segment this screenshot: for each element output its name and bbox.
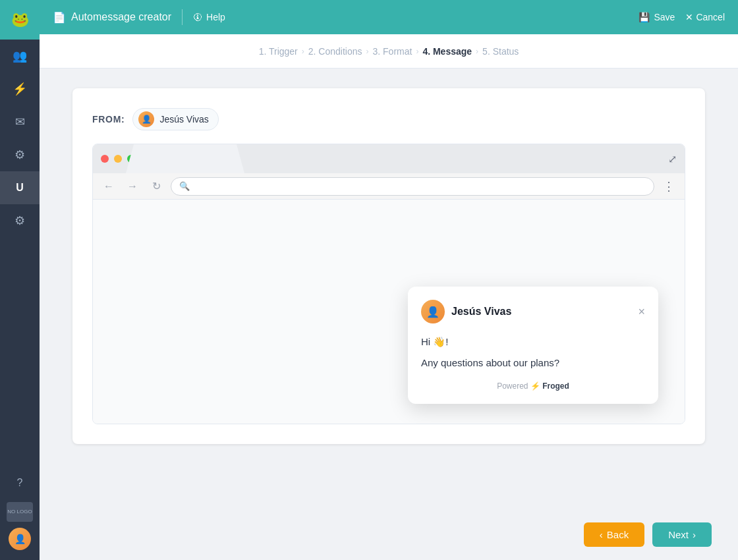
browser-mockup: ⤢ ← → ↻ 🔍 ⋮ 👤 [92, 144, 685, 424]
from-user-selector[interactable]: 👤 Jesús Vivas [132, 108, 218, 130]
from-row: FROM: 👤 Jesús Vivas [92, 108, 685, 130]
browser-tab[interactable] [126, 144, 244, 173]
chat-widget-user: 👤 Jesús Vivas [421, 300, 511, 323]
sidebar-item-settings-circle[interactable]: ⚙ [0, 138, 40, 171]
browser-content: 👤 Jesús Vivas × Hi 👋! Any questions abou… [93, 200, 685, 424]
chat-message-line2: Any questions about our plans? [421, 355, 645, 371]
sidebar-item-users[interactable]: 👥 [0, 40, 40, 72]
breadcrumb-arrow-3: › [416, 47, 418, 56]
browser-refresh-button[interactable]: ↻ [147, 177, 165, 196]
from-user-name: Jesús Vivas [159, 114, 208, 125]
browser-dot-red[interactable] [101, 155, 109, 163]
browser-expand-icon[interactable]: ⤢ [668, 153, 677, 165]
search-icon: 🔍 [179, 181, 190, 191]
powered-brand-icon: ⚡ [530, 381, 540, 391]
sidebar-item-automessage[interactable]: U [0, 171, 40, 204]
sidebar-item-bolt[interactable]: ⚡ [0, 72, 40, 105]
powered-brand-name: Froged [542, 381, 569, 391]
topbar: 📄 Automessage creator 🛈 Help 💾 Save ✕ Ca… [40, 0, 738, 34]
avatar-icon: 👤 [14, 534, 26, 544]
from-user-avatar: 👤 [138, 111, 154, 127]
bolt-icon: ⚡ [13, 82, 27, 96]
bottom-navigation: ‹ Back Next › [40, 509, 738, 560]
breadcrumb-arrow-1: › [302, 47, 304, 56]
topbar-divider [182, 9, 183, 25]
topbar-actions: 💾 Save ✕ Cancel [639, 12, 725, 22]
chevron-right-icon: › [693, 529, 696, 540]
sidebar-logo[interactable]: 🐸 [0, 0, 40, 40]
no-logo-badge: NO LOGO [7, 502, 33, 522]
inbox-icon: ✉ [15, 115, 25, 129]
help-button[interactable]: 🛈 Help [193, 12, 225, 22]
breadcrumb-trigger[interactable]: 1. Trigger [259, 46, 298, 57]
back-button[interactable]: ‹ Back [584, 522, 644, 547]
chevron-left-icon: ‹ [600, 529, 603, 540]
content-area: FROM: 👤 Jesús Vivas ⤢ ← → ↻ [40, 69, 738, 509]
sidebar-item-inbox[interactable]: ✉ [0, 105, 40, 138]
users-icon: 👥 [13, 49, 27, 63]
save-button[interactable]: 💾 Save [639, 12, 675, 22]
browser-url-bar[interactable]: 🔍 [171, 177, 654, 196]
breadcrumb-message[interactable]: 4. Message [422, 46, 472, 57]
logo-icon: 🐸 [11, 11, 29, 28]
sidebar-item-integrations[interactable]: ⚙ [0, 204, 40, 237]
breadcrumb-status[interactable]: 5. Status [482, 46, 519, 57]
browser-back-button[interactable]: ← [99, 177, 118, 196]
document-icon: 📄 [53, 11, 66, 24]
cancel-button[interactable]: ✕ Cancel [685, 12, 725, 22]
app-title: 📄 Automessage creator [53, 11, 171, 24]
sidebar: 🐸 👥 ⚡ ✉ ⚙ U ⚙ ? NO LOGO 👤 [0, 0, 40, 560]
browser-forward-button[interactable]: → [123, 177, 142, 196]
breadcrumb-format[interactable]: 3. Format [372, 46, 412, 57]
browser-dot-yellow[interactable] [114, 155, 122, 163]
automessage-icon: U [16, 182, 24, 194]
chat-close-button[interactable]: × [638, 305, 645, 319]
chat-powered: Powered ⚡ Froged [421, 381, 645, 391]
main-card: FROM: 👤 Jesús Vivas ⤢ ← → ↻ [72, 88, 705, 444]
user-avatar-sidebar[interactable]: 👤 [9, 528, 31, 550]
breadcrumb-arrow-4: › [476, 47, 478, 56]
breadcrumb-conditions[interactable]: 2. Conditions [308, 46, 362, 57]
next-button[interactable]: Next › [652, 522, 712, 547]
browser-toolbar: ← → ↻ 🔍 ⋮ [93, 173, 685, 200]
from-label: FROM: [92, 114, 125, 125]
browser-titlebar: ⤢ [93, 144, 685, 173]
main-area: 📄 Automessage creator 🛈 Help 💾 Save ✕ Ca… [40, 0, 738, 560]
chat-avatar: 👤 [421, 300, 445, 323]
chat-username: Jesús Vivas [451, 306, 511, 318]
chat-widget: 👤 Jesús Vivas × Hi 👋! Any questions abou… [408, 287, 658, 404]
chat-message-line1: Hi 👋! [421, 334, 645, 350]
breadcrumb: 1. Trigger › 2. Conditions › 3. Format ›… [40, 34, 738, 69]
help-icon: 🛈 [193, 12, 202, 22]
sidebar-bottom: ? NO LOGO 👤 [0, 466, 40, 560]
integrations-icon: ⚙ [14, 213, 25, 228]
cancel-x-icon: ✕ [685, 12, 693, 22]
help-icon-sidebar[interactable]: ? [0, 466, 40, 499]
breadcrumb-arrow-2: › [366, 47, 368, 56]
question-icon: ? [17, 477, 23, 489]
chat-widget-header: 👤 Jesús Vivas × [421, 300, 645, 323]
save-icon: 💾 [639, 12, 650, 22]
settings-circle-icon: ⚙ [14, 148, 25, 162]
browser-menu-button[interactable]: ⋮ [660, 177, 678, 196]
